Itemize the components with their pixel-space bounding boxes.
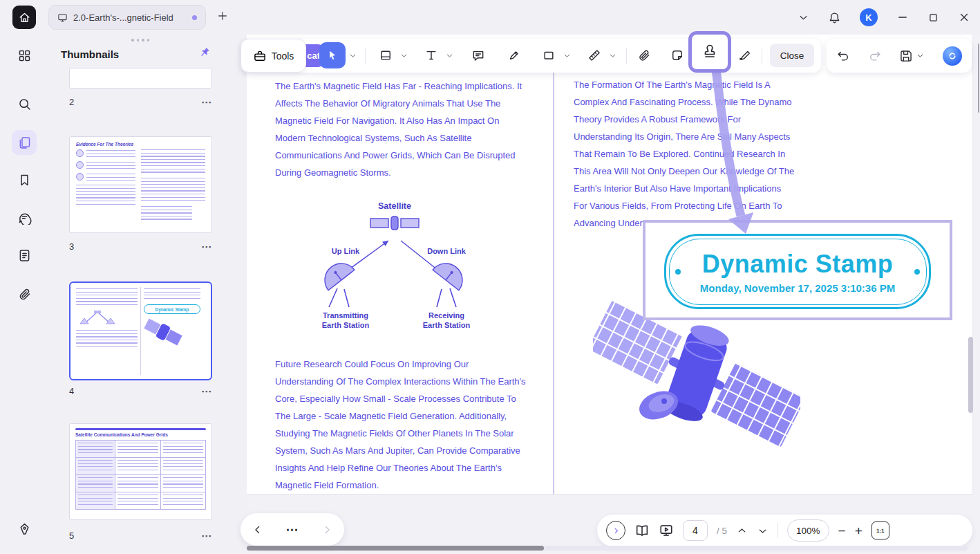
close-toolbar-button[interactable]: Close: [770, 44, 814, 67]
chevron-down-icon: [445, 51, 454, 60]
view-controls-bar: / 5 100% − + 1:1: [597, 515, 972, 546]
thumbnail-page-2[interactable]: [69, 68, 212, 89]
save-icon: [899, 49, 913, 63]
ai-assistant-button[interactable]: [943, 46, 962, 66]
mini-diagram-circle: [76, 173, 84, 181]
paperclip-icon: [17, 287, 32, 302]
right-dish: [433, 257, 469, 307]
thumbnail-menu-button[interactable]: ⋯: [201, 388, 212, 395]
comment-tool-button[interactable]: [466, 43, 491, 68]
expand-controls-button[interactable]: [606, 521, 625, 540]
text-tool-dropdown[interactable]: [445, 51, 454, 60]
home-button[interactable]: [12, 6, 36, 29]
rectangle-shape-icon: [542, 48, 556, 62]
avatar[interactable]: K: [860, 8, 878, 26]
save-button[interactable]: [899, 49, 913, 63]
vertical-scrollbar-thumb[interactable]: [968, 337, 973, 413]
left-dish: [318, 257, 355, 307]
notifications-button[interactable]: [828, 11, 841, 24]
presentation-mode-button[interactable]: [659, 523, 674, 538]
tab-list-button[interactable]: [798, 12, 809, 24]
rail-bookmarks-button[interactable]: [12, 167, 37, 192]
page-up-button[interactable]: [736, 525, 748, 537]
stamp-tool-button-highlighted[interactable]: [688, 31, 731, 73]
thumbnail-page-5[interactable]: Satellite Communications And Power Grids: [69, 423, 212, 520]
signature-tool-button[interactable]: [733, 43, 757, 68]
new-tab-button[interactable]: [216, 10, 229, 22]
undo-button[interactable]: [836, 49, 850, 63]
rail-notes-button[interactable]: [12, 243, 37, 268]
horizontal-scrollbar[interactable]: [247, 546, 968, 551]
more-pages-button[interactable]: ⋯: [285, 526, 299, 533]
save-dropdown[interactable]: [916, 51, 925, 60]
mini-uplink-diagram: [76, 310, 119, 326]
panel-drag-handle[interactable]: [131, 39, 149, 41]
markup-tool-button[interactable]: [373, 43, 398, 68]
horizontal-scrollbar-thumb[interactable]: [247, 546, 544, 551]
markup-tool-dropdown[interactable]: [399, 51, 408, 60]
select-tool-dropdown[interactable]: [348, 51, 357, 60]
page-number-input[interactable]: [683, 520, 708, 541]
minimize-button[interactable]: [896, 11, 909, 24]
measure-tool-dropdown[interactable]: [608, 51, 617, 60]
panel-title: Thumbnails: [61, 48, 119, 60]
attachment-tool-button[interactable]: [632, 43, 657, 68]
mini-diagram-circle: [76, 161, 84, 169]
receiving-label-2: Earth Station: [423, 321, 471, 329]
link-lines: [343, 241, 441, 274]
rail-apps-button[interactable]: [12, 43, 37, 68]
shape-tool-button[interactable]: [536, 43, 561, 68]
open-book-icon: [634, 523, 650, 538]
thumbnail-menu-button[interactable]: ⋯: [201, 243, 212, 250]
chevron-down-icon: [798, 12, 809, 24]
pin-panel-button[interactable]: [198, 46, 211, 61]
sticker-tool-button[interactable]: [665, 43, 690, 68]
stamp-frame: Dynamic Stamp Monday, November 17, 2025 …: [664, 234, 931, 309]
ruler-icon: [587, 48, 601, 62]
sticker-icon: [670, 48, 684, 62]
prev-page-button[interactable]: [252, 524, 264, 536]
dynamic-stamp-annotation[interactable]: Dynamic Stamp Monday, November 17, 2025 …: [643, 220, 952, 320]
tools-label: Tools: [272, 50, 294, 62]
plus-icon: [216, 10, 229, 22]
redo-button[interactable]: [868, 49, 882, 63]
page-number-label: 2: [69, 97, 74, 107]
document-tab[interactable]: 2.0-Earth's-...gnetic-Field: [48, 5, 206, 30]
zoom-in-button[interactable]: +: [855, 524, 863, 537]
rail-attachments-button[interactable]: [12, 281, 37, 306]
bookmark-icon: [17, 173, 32, 187]
pen-tool-button[interactable]: [502, 43, 527, 68]
thumbnail-menu-button[interactable]: ⋯: [201, 99, 212, 106]
thumbnail-menu-button[interactable]: ⋯: [201, 533, 212, 539]
tools-button[interactable]: Tools: [241, 39, 306, 73]
titlebar-right-controls: K: [798, 0, 970, 35]
window-edge-scrollbar[interactable]: [978, 44, 980, 113]
zoom-out-button[interactable]: −: [838, 524, 846, 537]
next-page-button-disabled[interactable]: [321, 524, 333, 536]
thumbnail-page-4-selected[interactable]: Dynamic Stamp: [69, 281, 212, 380]
rail-thumbnails-button[interactable]: [12, 130, 37, 155]
controls-divider: [778, 523, 778, 538]
maximize-button[interactable]: [927, 12, 939, 24]
shape-tool-dropdown[interactable]: [563, 51, 572, 60]
rail-search-button[interactable]: [12, 91, 37, 116]
page-number-label: 4: [69, 386, 74, 396]
actual-size-button[interactable]: 1:1: [871, 521, 889, 539]
select-tool-button-active[interactable]: [319, 42, 346, 68]
page-down-button[interactable]: [757, 525, 769, 537]
chevron-down-icon: [916, 51, 925, 60]
toolbar-divider: [626, 48, 627, 64]
comment-tool-icon: [471, 48, 485, 62]
measure-tool-button[interactable]: [582, 43, 607, 68]
satellite-glyph: [370, 216, 419, 230]
rail-comments-button[interactable]: [12, 205, 37, 230]
mini-page-content: [76, 149, 205, 221]
thumbnail-page-3[interactable]: Evidence For The Theories: [69, 136, 212, 233]
zoom-level-button[interactable]: 100%: [787, 519, 829, 542]
close-icon: [958, 11, 970, 24]
ai-swirl-icon: [946, 50, 959, 62]
close-window-button[interactable]: [958, 11, 970, 24]
text-tool-button[interactable]: [419, 43, 444, 68]
rail-pen-tool-button[interactable]: [12, 517, 37, 542]
reader-mode-button[interactable]: [634, 523, 650, 538]
